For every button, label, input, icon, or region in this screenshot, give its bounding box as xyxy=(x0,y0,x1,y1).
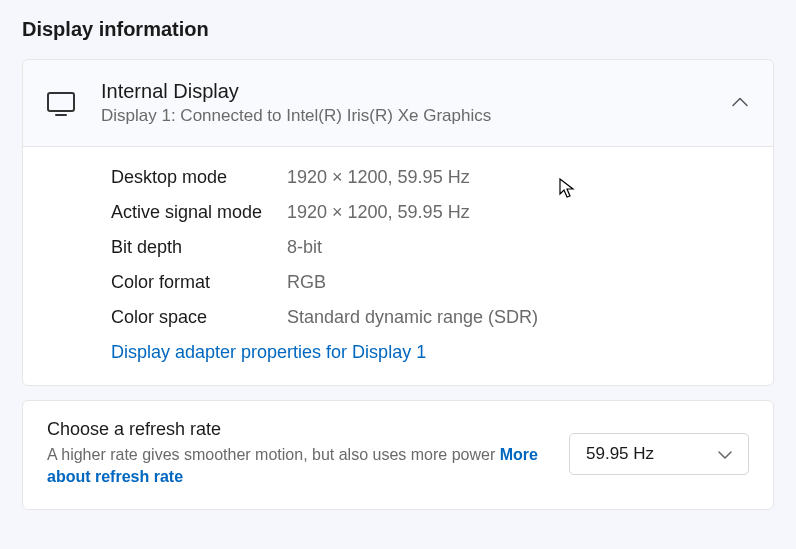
chevron-down-icon xyxy=(718,444,732,464)
refresh-text: Choose a refresh rate A higher rate give… xyxy=(47,419,569,489)
display-card-header[interactable]: Internal Display Display 1: Connected to… xyxy=(23,60,773,147)
refresh-desc-text: A higher rate gives smoother motion, but… xyxy=(47,446,500,463)
info-row: Desktop mode 1920 × 1200, 59.95 Hz xyxy=(47,167,749,188)
monitor-icon xyxy=(47,92,75,112)
info-row: Color format RGB xyxy=(47,272,749,293)
display-title: Internal Display xyxy=(101,78,731,104)
info-row: Color space Standard dynamic range (SDR) xyxy=(47,307,749,328)
refresh-rate-dropdown[interactable]: 59.95 Hz xyxy=(569,433,749,475)
info-row: Bit depth 8-bit xyxy=(47,237,749,258)
display-card-body: Desktop mode 1920 × 1200, 59.95 Hz Activ… xyxy=(23,147,773,385)
info-value: Standard dynamic range (SDR) xyxy=(287,307,538,328)
info-label: Color format xyxy=(47,272,287,293)
refresh-description: A higher rate gives smoother motion, but… xyxy=(47,444,549,489)
info-label: Desktop mode xyxy=(47,167,287,188)
info-label: Active signal mode xyxy=(47,202,287,223)
header-text: Internal Display Display 1: Connected to… xyxy=(101,78,731,126)
info-value: 8-bit xyxy=(287,237,322,258)
display-subtitle: Display 1: Connected to Intel(R) Iris(R)… xyxy=(101,106,731,126)
section-title: Display information xyxy=(22,18,774,41)
info-label: Color space xyxy=(47,307,287,328)
info-value: 1920 × 1200, 59.95 Hz xyxy=(287,202,470,223)
dropdown-selected-value: 59.95 Hz xyxy=(586,444,654,464)
refresh-rate-card: Choose a refresh rate A higher rate give… xyxy=(22,400,774,510)
display-info-card: Internal Display Display 1: Connected to… xyxy=(22,59,774,386)
adapter-properties-link[interactable]: Display adapter properties for Display 1 xyxy=(111,342,426,362)
info-row: Active signal mode 1920 × 1200, 59.95 Hz xyxy=(47,202,749,223)
info-value: 1920 × 1200, 59.95 Hz xyxy=(287,167,470,188)
adapter-link-row: Display adapter properties for Display 1 xyxy=(47,342,749,363)
refresh-title: Choose a refresh rate xyxy=(47,419,549,440)
info-value: RGB xyxy=(287,272,326,293)
chevron-up-icon xyxy=(731,93,749,111)
info-label: Bit depth xyxy=(47,237,287,258)
